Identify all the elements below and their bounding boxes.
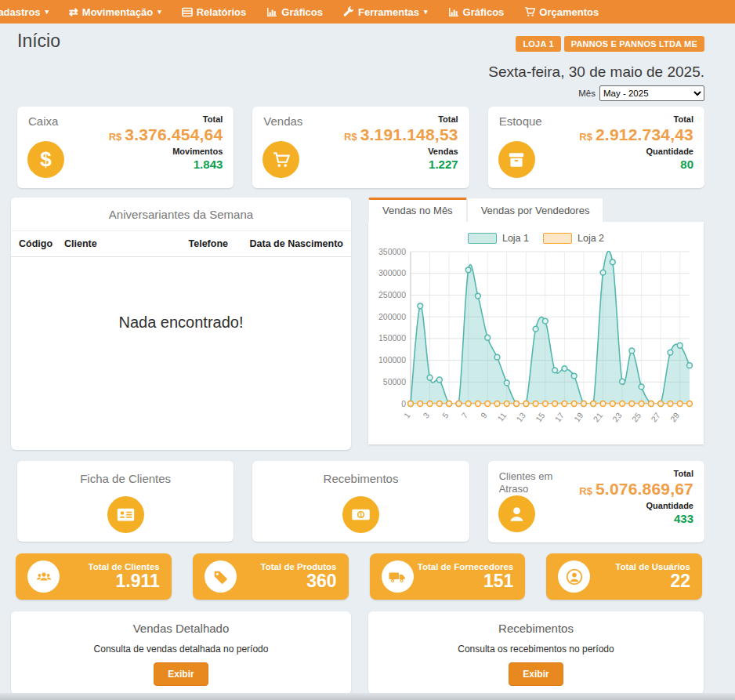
wrench-icon [343, 6, 354, 17]
count-value: 433 [579, 512, 693, 525]
page-title: Início [17, 31, 60, 52]
svg-text:1: 1 [359, 511, 362, 518]
dollar-icon: $ [27, 141, 64, 178]
people-icon [27, 560, 60, 593]
nav-item-cadastros[interactable]: Cadastros ▾ [0, 6, 49, 18]
nav-item-movimentacao[interactable]: ⇄ Movimentação ▾ [69, 5, 161, 18]
count-label: Vendas [344, 147, 458, 156]
count-value: 1.843 [109, 158, 223, 171]
card-title: Vendas [263, 114, 349, 129]
birthdays-title: Aniversariantes da Semana [11, 198, 351, 231]
svg-text:1: 1 [402, 411, 412, 420]
stat-cards-row: Caixa $ Total R$3.376.454,64 Movimentos … [17, 107, 704, 188]
svg-text:13: 13 [514, 411, 527, 424]
total-fornecedores-card: Total de Fornecedores 151 [370, 553, 526, 600]
nav-label: Ferramentas [358, 6, 419, 18]
svg-text:350000: 350000 [378, 247, 406, 256]
svg-text:100000: 100000 [378, 355, 406, 365]
nav-label: Cadastros [0, 6, 41, 18]
sales-chart-body: Loja 1 Loja 2 05000010000015000020000025… [368, 222, 704, 444]
nav-item-ferramentas[interactable]: Ferramentas ▾ [343, 6, 428, 18]
legend-swatch-loja2 [543, 233, 572, 244]
chevron-down-icon: ▾ [45, 8, 49, 16]
tag-icon [205, 560, 237, 593]
total-usuarios-card: Total de Usuários 22 [546, 553, 702, 600]
store-badge[interactable]: LOJA 1 [516, 36, 560, 52]
id-card-icon [107, 496, 144, 533]
legend-label: Loja 2 [578, 233, 604, 244]
count-label: Movimentos [109, 147, 223, 156]
total-produtos-card: Total de Produtos 360 [193, 553, 349, 600]
chevron-down-icon: ▾ [424, 8, 428, 16]
total-value: 22 [590, 571, 690, 590]
birthdays-table-header: Código Cliente Telefone Data de Nascimen… [11, 231, 351, 257]
clientes-atraso-card: Clientes em Atraso Total R$5.076.869,67 … [488, 461, 704, 542]
top-navbar: Cadastros ▾ ⇄ Movimentação ▾ Relatórios … [0, 0, 735, 24]
store-badges: LOJA 1 PANNOS E PANNOS LTDA ME [488, 36, 704, 52]
svg-text:9: 9 [479, 411, 489, 420]
user-circle-icon [558, 560, 590, 593]
svg-text:250000: 250000 [378, 290, 406, 299]
currency-prefix: R$ [579, 131, 592, 143]
sales-panel: Vendas no Mês Vendas por Vendedores Loja… [368, 198, 704, 444]
chart-legend: Loja 1 Loja 2 [373, 233, 699, 244]
svg-text:23: 23 [610, 411, 624, 424]
current-date: Sexta-feira, 30 de maio de 2025. [488, 63, 704, 81]
panel-title: Recebimentos [368, 622, 704, 635]
tab-vendas-por-vendedores[interactable]: Vendas por Vendedores [467, 198, 604, 222]
panel-description: Consulta os recebimentos no período [368, 644, 704, 655]
count-value: 1.227 [344, 158, 458, 171]
ficha-clientes-card[interactable]: Ficha de Clientes [17, 461, 234, 542]
total-value: 3.191.148,53 [360, 125, 458, 143]
card-title: Ficha de Clientes [17, 472, 234, 485]
total-value: 1.911 [60, 571, 160, 590]
birthdays-panel: Aniversariantes da Semana Código Cliente… [11, 198, 351, 450]
nav-item-graficos[interactable]: Gráficos [266, 6, 323, 18]
svg-text:19: 19 [572, 411, 585, 424]
page-header: Início LOJA 1 PANNOS E PANNOS LTDA ME Se… [0, 24, 735, 107]
bar-chart-icon [266, 7, 277, 17]
sales-tabs: Vendas no Mês Vendas por Vendedores [368, 198, 704, 222]
info-cards-row: Ficha de Clientes Recebimentos 1 Cliente… [17, 461, 704, 542]
cart-icon [262, 141, 299, 178]
exibir-vendas-button[interactable]: Exibir [154, 662, 208, 686]
currency-prefix: R$ [579, 485, 592, 497]
legend-label: Loja 1 [502, 233, 529, 244]
nav-item-relatorios[interactable]: Relatórios [182, 6, 247, 18]
sales-area-chart: 0500001000001500002000002500003000003500… [373, 245, 697, 435]
total-clientes-card: Total de Clientes 1.911 [16, 553, 172, 600]
company-badge[interactable]: PANNOS E PANNOS LTDA ME [564, 36, 704, 52]
estoque-card: Estoque Total R$2.912.734,43 Quantidade … [488, 107, 704, 188]
count-label: Quantidade [579, 147, 693, 156]
column-cliente: Cliente [64, 238, 181, 249]
box-icon [498, 141, 535, 178]
nav-label: Gráficos [281, 6, 323, 18]
cart-icon [524, 6, 535, 17]
bar-chart-icon [448, 7, 459, 17]
total-value: 360 [237, 571, 337, 590]
svg-text:25: 25 [630, 411, 643, 424]
total-value: 5.076.869,67 [596, 480, 693, 498]
month-select[interactable]: May - 2025 [599, 85, 704, 101]
tab-vendas-no-mes[interactable]: Vendas no Mês [368, 198, 467, 222]
truck-icon [382, 560, 414, 593]
svg-text:5: 5 [440, 411, 451, 420]
recebimentos-card[interactable]: Recebimentos 1 [252, 461, 469, 542]
panel-description: Consulta de vendas detalhada no período [11, 644, 351, 655]
nav-item-orcamentos[interactable]: Orçamentos [524, 6, 599, 18]
currency-prefix: R$ [344, 131, 357, 143]
nav-label: Gráficos [463, 6, 505, 18]
exibir-recebimentos-button[interactable]: Exibir [509, 662, 563, 686]
person-icon [498, 495, 535, 532]
nav-item-graficos-2[interactable]: Gráficos [448, 6, 505, 18]
column-nascimento: Data de Nascimento [237, 238, 343, 249]
total-value: 151 [414, 571, 514, 590]
caixa-card: Caixa $ Total R$3.376.454,64 Movimentos … [17, 107, 234, 188]
svg-text:15: 15 [534, 411, 547, 424]
total-value: 2.912.734,43 [596, 125, 693, 143]
month-label: Mês [578, 89, 596, 98]
card-title: Recebimentos [252, 472, 469, 485]
nav-label: Movimentação [82, 6, 153, 18]
svg-text:3: 3 [421, 411, 431, 420]
total-value: 3.376.454,64 [125, 125, 223, 143]
